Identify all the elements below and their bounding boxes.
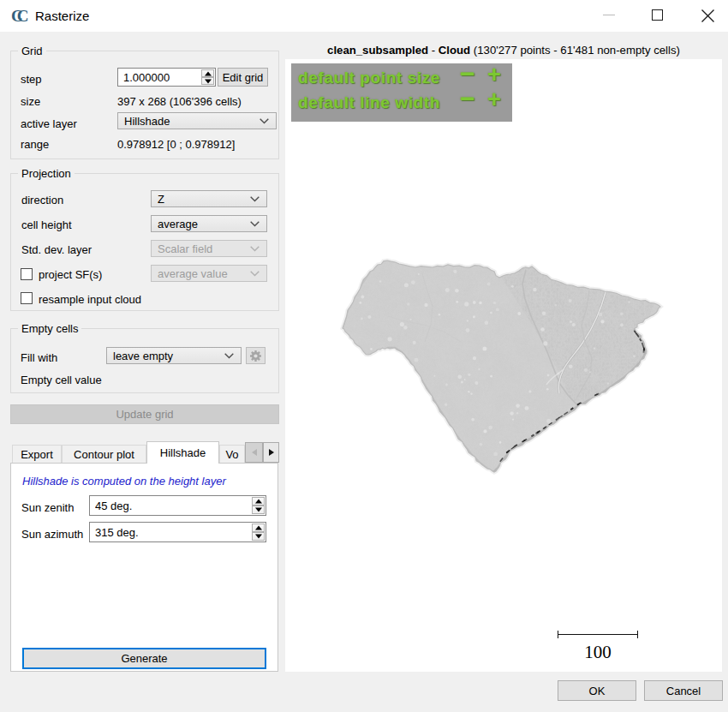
- line-width-label: default line width: [298, 93, 440, 111]
- spin-down-icon: [205, 79, 212, 83]
- sun-zenith-down-button[interactable]: [252, 506, 265, 514]
- empty-cells-group-title: Empty cells: [18, 322, 81, 335]
- cloud-info: (130'277 points - 61'481 non-empty cells…: [470, 44, 680, 57]
- line-width-row: default line width − +: [298, 93, 512, 116]
- ok-button[interactable]: OK: [558, 680, 636, 701]
- scale-bar-value: 100: [558, 642, 638, 663]
- increase-point-size-button[interactable]: +: [487, 66, 501, 83]
- cell-height-value: average: [158, 218, 198, 230]
- sun-zenith-spin-buttons: [252, 497, 265, 514]
- viewport-header: clean_subsampled - Cloud (130'277 points…: [285, 44, 722, 57]
- chevron-down-icon: [250, 246, 260, 252]
- chevron-down-icon: [260, 118, 269, 124]
- direction-dropdown[interactable]: Z: [151, 190, 267, 207]
- viewport-overlay-controls: default point size − + default line widt…: [291, 63, 512, 122]
- hillshade-tab-panel: Hillshade is computed on the height laye…: [10, 463, 278, 672]
- grid-group-title: Grid: [18, 45, 46, 57]
- maximize-button[interactable]: [638, 0, 677, 31]
- step-spin-buttons: [201, 69, 214, 85]
- projection-group-title: Projection: [18, 167, 75, 180]
- svg-text:CC: CC: [11, 8, 28, 24]
- increase-line-width-button[interactable]: +: [487, 91, 501, 108]
- step-spinbox: [117, 68, 216, 87]
- active-layer-value: Hillshade: [124, 115, 170, 128]
- sun-zenith-up-button[interactable]: [252, 497, 265, 506]
- gear-icon: [249, 350, 262, 362]
- cell-height-dropdown[interactable]: average: [151, 215, 267, 232]
- sun-azimuth-input[interactable]: [90, 523, 248, 541]
- generate-button[interactable]: Generate: [22, 648, 266, 669]
- step-spin-down-button[interactable]: [201, 77, 214, 85]
- empty-cell-value-label: Empty cell value: [21, 374, 102, 386]
- scale-bar-tick-left: [558, 631, 558, 638]
- close-button[interactable]: [689, 0, 728, 31]
- cancel-button[interactable]: Cancel: [644, 680, 723, 701]
- step-spin-up-button[interactable]: [201, 69, 214, 77]
- project-sf-value: average value: [158, 267, 228, 280]
- tab-volume[interactable]: Vo: [219, 445, 245, 464]
- close-icon: [701, 9, 714, 22]
- tab-export[interactable]: Export: [12, 445, 62, 464]
- fill-with-dropdown[interactable]: leave empty: [106, 347, 242, 364]
- fill-with-label: Fill with: [21, 351, 57, 364]
- range-label: range: [21, 138, 49, 151]
- header-separator: -: [428, 44, 439, 57]
- project-sf-checkbox[interactable]: [21, 268, 33, 280]
- scale-bar: [558, 629, 638, 641]
- sun-azimuth-up-button[interactable]: [252, 524, 265, 532]
- title-bar: CC Rasterize: [0, 0, 728, 32]
- arrow-left-icon: [252, 449, 257, 456]
- decrease-point-size-button[interactable]: −: [460, 65, 475, 82]
- resample-label: resample input cloud: [39, 293, 141, 306]
- direction-value: Z: [158, 193, 164, 206]
- cloud-name: clean_subsampled: [327, 44, 428, 57]
- sun-azimuth-spinbox: [89, 522, 266, 542]
- sun-zenith-label: Sun zenith: [21, 501, 74, 514]
- active-layer-label: active layer: [21, 117, 77, 130]
- chevron-down-icon: [250, 271, 260, 277]
- std-dev-layer-label: Std. dev. layer: [21, 243, 92, 256]
- project-sf-dropdown: average value: [151, 265, 267, 282]
- spin-up-icon: [205, 71, 212, 75]
- std-dev-layer-dropdown: Scalar field: [151, 240, 267, 257]
- scale-bar-line: [558, 634, 638, 635]
- chevron-down-icon: [224, 353, 234, 359]
- point-size-label: default point size: [298, 69, 440, 87]
- maximize-icon: [652, 9, 663, 21]
- step-label: step: [21, 73, 42, 86]
- empty-cells-settings-button: [246, 347, 266, 364]
- minimize-icon: [603, 15, 615, 15]
- std-dev-layer-value: Scalar field: [158, 242, 212, 255]
- spin-down-icon: [255, 535, 262, 539]
- hillshade-raster-preview: [285, 59, 722, 672]
- arrow-right-icon: [269, 449, 274, 456]
- size-label: size: [21, 95, 40, 108]
- active-layer-dropdown[interactable]: Hillshade: [117, 112, 277, 129]
- edit-grid-button[interactable]: Edit grid: [218, 68, 268, 87]
- cloud-type: Cloud: [439, 44, 470, 57]
- spin-down-icon: [255, 508, 262, 512]
- cloudcompare-logo-icon: CC: [11, 8, 30, 24]
- fill-with-value: leave empty: [113, 350, 173, 362]
- sun-azimuth-label: Sun azimuth: [21, 528, 83, 541]
- sun-zenith-input[interactable]: [90, 496, 248, 515]
- hillshade-note: Hillshade is computed on the height laye…: [22, 475, 226, 488]
- chevron-down-icon: [250, 221, 260, 227]
- step-input[interactable]: [118, 69, 198, 86]
- decrease-line-width-button[interactable]: −: [460, 90, 475, 107]
- window-title: Rasterize: [35, 9, 89, 23]
- minimize-button[interactable]: [591, 0, 630, 31]
- spin-up-icon: [255, 500, 262, 504]
- tab-scroll-left-button: [245, 442, 263, 463]
- tab-hillshade[interactable]: Hillshade: [146, 441, 219, 464]
- tab-scroll-right-button[interactable]: [263, 442, 279, 463]
- tab-contour-plot[interactable]: Contour plot: [62, 445, 146, 464]
- sun-azimuth-down-button[interactable]: [252, 532, 265, 541]
- 3d-viewport[interactable]: default point size − + default line widt…: [285, 59, 722, 672]
- direction-label: direction: [21, 194, 63, 206]
- spin-up-icon: [255, 526, 262, 530]
- project-sf-label: project SF(s): [39, 268, 102, 281]
- resample-checkbox[interactable]: [21, 292, 33, 304]
- size-value: 397 x 268 (106'396 cells): [117, 95, 242, 108]
- sun-zenith-spinbox: [89, 495, 266, 516]
